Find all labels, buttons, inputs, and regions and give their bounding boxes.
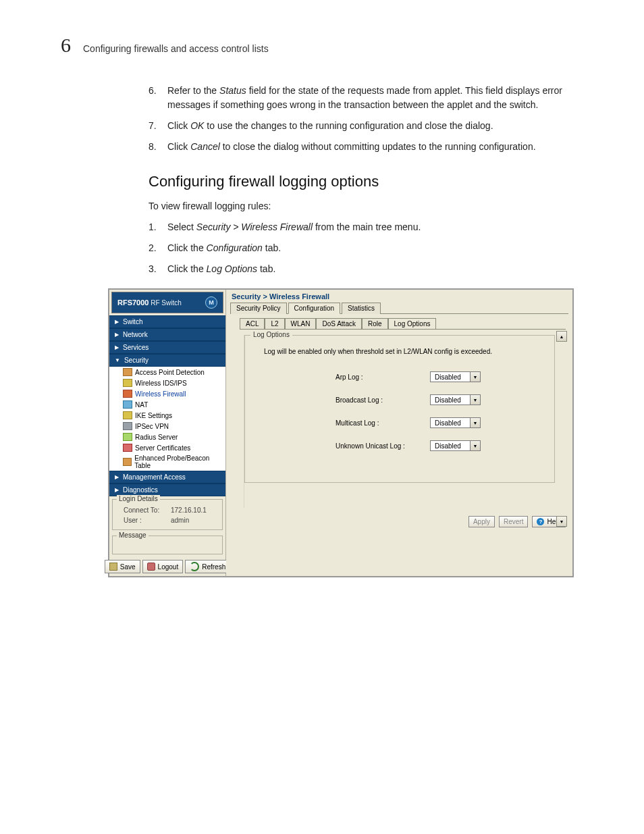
breadcrumb: Security > Wireless Firewall [226,290,572,301]
login-details-box: Login Details Connect To:172.16.10.1 Use… [112,499,223,530]
nav-item-access-point-detection[interactable]: Access Point Detection [109,367,225,377]
page-header: 6 Configuring firewalls and access contr… [61,34,597,57]
unknown-unicast-log-dropdown[interactable]: Disabled ▼ [430,440,481,451]
scroll-down-button[interactable]: ▼ [556,516,567,527]
chevron-down-icon: ▼ [471,371,481,382]
tab-configuration[interactable]: Configuration [288,303,340,314]
scroll-up-button[interactable]: ▲ [556,331,567,342]
logout-icon [147,563,155,571]
unknown-unicast-log-value: Disabled [430,440,471,451]
arp-log-value: Disabled [430,371,471,382]
nav-item-ike-settings[interactable]: IKE Settings [109,410,225,421]
save-icon [109,563,117,571]
subtab-l2[interactable]: L2 [265,318,284,329]
step-text: Click the Configuration tab. [167,241,281,255]
chevron-down-icon: ▼ [471,417,481,428]
log-options-legend: Log Options [250,331,292,338]
logout-button[interactable]: Logout [142,560,184,573]
multicast-log-label: Multicast Log : [336,419,430,427]
chapter-number: 6 [61,34,71,57]
app-screenshot: RFS7000 RF Switch M ▶Switch ▶Network ▶Se… [108,288,574,577]
brand-logo-icon: M [205,296,217,309]
multicast-log-dropdown[interactable]: Disabled ▼ [430,417,481,428]
arp-log-label: Arp Log : [336,373,430,381]
sub-tabs: ACL L2 WLAN DoS Attack Role Log Options [240,318,566,329]
section-heading: Configuring firewall logging options [149,170,597,192]
chapter-title: Configuring firewalls and access control… [83,43,269,54]
help-icon: ? [537,518,544,525]
multicast-log-value: Disabled [430,417,471,428]
nav-header-services[interactable]: ▶Services [109,341,225,354]
apply-button[interactable]: Apply [468,516,495,527]
chevron-down-icon: ▼ [471,440,481,451]
step-number: 8. [149,140,162,154]
nav-item-nat[interactable]: NAT [109,399,225,410]
sidebar: RFS7000 RF Switch M ▶Switch ▶Network ▶Se… [109,290,226,576]
brand-bar: RFS7000 RF Switch M [111,292,223,313]
nav-header-switch[interactable]: ▶Switch [109,315,225,328]
refresh-button[interactable]: Refresh [185,560,230,573]
message-box: Message [112,536,223,554]
refresh-icon [190,562,199,571]
nav-item-ipsec-vpn[interactable]: IPSec VPN [109,421,225,432]
subtab-acl[interactable]: ACL [240,318,265,329]
broadcast-log-dropdown[interactable]: Disabled ▼ [430,394,481,405]
revert-button[interactable]: Revert [499,516,528,527]
subtab-dos-attack[interactable]: DoS Attack [316,318,361,329]
nav-item-radius-server[interactable]: Radius Server [109,432,225,442]
step-text: Select Security > Wireless Firewall from… [167,220,421,234]
save-button[interactable]: Save [105,560,140,573]
nav-item-wireless-ids-ips[interactable]: Wireless IDS/IPS [109,377,225,388]
main-tabs: Security Policy Configuration Statistics [230,302,568,314]
step-number: 6. [149,84,162,112]
step-text: Click the Log Options tab. [167,262,275,276]
login-details-legend: Login Details [117,495,160,502]
nav-header-management-access[interactable]: ▶Management Access [109,471,225,484]
nav-header-security[interactable]: ▼Security [109,354,225,367]
step-number: 1. [149,220,162,234]
arp-log-dropdown[interactable]: Disabled ▼ [430,371,481,382]
tab-statistics[interactable]: Statistics [342,303,381,314]
message-legend: Message [117,531,149,539]
step-number: 7. [149,119,162,133]
subtab-role[interactable]: Role [362,318,388,329]
unknown-unicast-log-label: Unknown Unicast Log : [336,442,430,450]
user-label: User : [124,517,167,524]
log-options-hint: Log will be enabled only when threshold … [264,348,545,355]
nav-item-server-certificates[interactable]: Server Certificates [109,442,225,453]
step-number: 3. [149,262,162,276]
steps-procedure: 1. Select Security > Wireless Firewall f… [149,220,597,276]
chevron-down-icon: ▼ [471,394,481,405]
section-lead: To view firewall logging rules: [149,199,597,213]
broadcast-log-value: Disabled [430,394,471,405]
step-text: Refer to the Status field for the state … [167,84,597,112]
step-text: Click OK to use the changes to the runni… [167,119,493,133]
user-value: admin [171,517,189,524]
connect-to-label: Connect To: [124,506,167,514]
subtab-wlan[interactable]: WLAN [285,318,317,329]
nav-header-network[interactable]: ▶Network [109,328,225,341]
steps-continued: 6. Refer to the Status field for the sta… [149,84,597,154]
nav-item-wireless-firewall[interactable]: Wireless Firewall [109,388,225,399]
connect-to-value: 172.16.10.1 [171,506,207,514]
brand-main: RFS7000 [117,298,149,307]
step-number: 2. [149,241,162,255]
subtab-log-options[interactable]: Log Options [388,318,437,329]
brand-sub: RF Switch [151,299,182,307]
main-panel: Security > Wireless Firewall Security Po… [226,290,572,576]
log-options-fieldset: Log Options Log will be enabled only whe… [244,335,555,483]
tab-security-policy[interactable]: Security Policy [230,303,287,314]
step-text: Click Cancel to close the dialog without… [167,140,536,154]
broadcast-log-label: Broadcast Log : [336,396,430,404]
nav-item-enhanced-probe-beacon[interactable]: Enhanced Probe/Beacon Table [109,453,225,471]
